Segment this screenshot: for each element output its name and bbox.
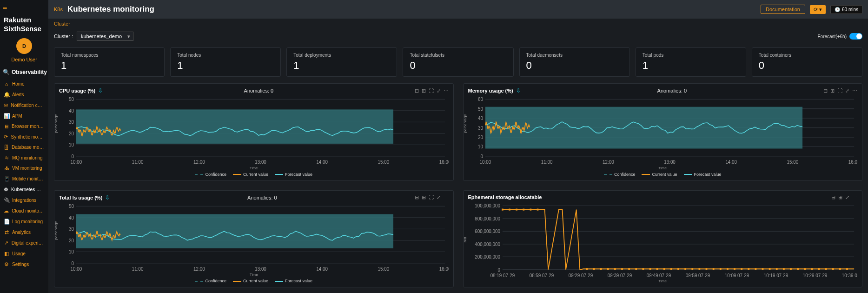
panel-tool-icon[interactable]: ⊞ bbox=[830, 88, 835, 94]
topbar: K8s Kubernetes monitoring Documentation … bbox=[48, 0, 868, 19]
sidebar-item-synthetic-monitoring[interactable]: ⟳Synthetic monitoring bbox=[0, 132, 48, 142]
hamburger-icon[interactable]: ≡ bbox=[3, 5, 7, 13]
svg-text:30: 30 bbox=[69, 226, 74, 231]
stat-card[interactable]: Total nodes1 bbox=[170, 47, 281, 77]
sidebar-item-notification-channels[interactable]: ✉Notification channels bbox=[0, 100, 48, 111]
panel-tool-icon[interactable]: ⋯ bbox=[444, 194, 449, 200]
sidebar-item-kubernetes-monitoring[interactable]: ☸Kubernetes monitoring bbox=[0, 184, 48, 195]
stat-label: Total pods bbox=[643, 53, 739, 58]
svg-text:10:29 07-29: 10:29 07-29 bbox=[802, 273, 827, 278]
tab-cluster[interactable]: Cluster bbox=[54, 21, 70, 27]
svg-rect-116 bbox=[839, 268, 841, 270]
sidebar-item-integrations[interactable]: 🔌Integrations bbox=[0, 195, 48, 206]
nav-label: Log monitoring bbox=[12, 219, 43, 224]
svg-text:20: 20 bbox=[69, 131, 74, 136]
y-axis-label: percentage bbox=[54, 114, 58, 133]
y-axis-label: MB bbox=[463, 237, 467, 243]
avatar[interactable]: D bbox=[16, 38, 32, 54]
panel-tool-icon[interactable]: ⊟ bbox=[831, 194, 835, 200]
chart-body[interactable]: MB 0200,000,000400,000,000600,000,000800… bbox=[468, 203, 858, 279]
svg-text:09:29 07-29: 09:29 07-29 bbox=[568, 273, 593, 278]
stat-card[interactable]: Total statefulsets0 bbox=[403, 47, 513, 77]
nav-icon: ✉ bbox=[4, 102, 8, 108]
svg-rect-111 bbox=[804, 268, 806, 270]
sidebar-item-settings[interactable]: ⚙Settings bbox=[0, 259, 48, 270]
svg-rect-85 bbox=[621, 268, 623, 270]
nav-icon: 🖥 bbox=[4, 124, 9, 129]
svg-text:10:09 07-29: 10:09 07-29 bbox=[724, 273, 749, 278]
sidebar-item-apm[interactable]: 📊APM bbox=[0, 111, 48, 121]
sidebar-item-log-monitoring[interactable]: 📄Log monitoring bbox=[0, 216, 48, 227]
panel-tool-icon[interactable]: ⊟ bbox=[415, 194, 419, 200]
svg-text:15:00: 15:00 bbox=[378, 159, 390, 164]
nav-label: Kubernetes monitoring bbox=[11, 187, 45, 192]
panel-tool-icon[interactable]: ⋯ bbox=[852, 194, 857, 200]
svg-text:10:00: 10:00 bbox=[71, 266, 82, 271]
sidebar-item-digital-experience[interactable]: ↗Digital experience bbox=[0, 238, 48, 248]
panel-tool-icon[interactable]: ⊞ bbox=[422, 194, 426, 200]
refresh-icon: ⟳ bbox=[814, 7, 818, 13]
nav-icon: 📱 bbox=[4, 176, 9, 182]
nav-icon: ☸ bbox=[4, 186, 8, 193]
svg-text:40: 40 bbox=[478, 116, 483, 121]
panel-tool-icon[interactable]: ⊟ bbox=[823, 88, 828, 94]
stat-value: 1 bbox=[177, 60, 274, 72]
stat-label: Total containers bbox=[759, 53, 855, 58]
nav-label: Analytics bbox=[12, 230, 31, 235]
nav-label: Digital experience bbox=[12, 240, 45, 246]
chart-body[interactable]: percentage 0102030405010:0011:0012:0013:… bbox=[59, 97, 449, 165]
panel-tool-icon[interactable]: ⋯ bbox=[852, 88, 857, 94]
forecast-toggle[interactable] bbox=[849, 33, 862, 40]
nav-label: Settings bbox=[12, 262, 29, 267]
stat-card[interactable]: Total daemonsets0 bbox=[519, 47, 630, 77]
sidebar-item-mobile-monitoring[interactable]: 📱Mobile monitoring bbox=[0, 173, 48, 184]
nav-label: APM bbox=[12, 113, 22, 119]
anomalies-label: Anomalies: 0 bbox=[113, 195, 411, 200]
panel-tool-icon[interactable]: ⊞ bbox=[838, 194, 842, 200]
nav-label: Notification channels bbox=[11, 103, 45, 108]
svg-rect-102 bbox=[741, 268, 742, 270]
panel-tool-icon[interactable]: ⤢ bbox=[437, 194, 441, 200]
panel-tool-icon[interactable]: ⤢ bbox=[845, 194, 849, 200]
chart-body[interactable]: percentage 010203040506010:0011:0012:001… bbox=[468, 97, 858, 165]
cluster-select[interactable]: kubernetes_demo bbox=[77, 32, 133, 41]
stat-card[interactable]: Total pods1 bbox=[636, 47, 746, 77]
panel-tool-icon[interactable]: ⊟ bbox=[415, 88, 419, 94]
panel-tool-icon[interactable]: ⤢ bbox=[437, 88, 441, 94]
sidebar-item-cloud-monitoring[interactable]: ☁Cloud monitoring bbox=[0, 206, 48, 216]
sidebar-item-browser-monitoring[interactable]: 🖥Browser monitoring bbox=[0, 121, 48, 132]
chart-body[interactable]: percentage 0102030405010:0011:0012:0013:… bbox=[59, 204, 449, 272]
nav-icon: ≋ bbox=[4, 155, 9, 161]
stat-label: Total namespaces bbox=[61, 53, 158, 58]
svg-text:10:19 07-29: 10:19 07-29 bbox=[763, 273, 788, 278]
sidebar-item-usage[interactable]: ◧Usage bbox=[0, 248, 48, 259]
panel-tool-icon[interactable]: ⛶ bbox=[429, 88, 434, 94]
stat-card[interactable]: Total containers0 bbox=[752, 47, 862, 77]
sidebar-item-database-monitoring[interactable]: 🗄Database monitoring bbox=[0, 142, 48, 153]
time-range-button[interactable]: 🕒 60 mins bbox=[830, 5, 862, 14]
breadcrumb[interactable]: K8s bbox=[54, 7, 63, 12]
panel-tool-icon[interactable]: ⛶ bbox=[837, 88, 842, 94]
svg-rect-101 bbox=[734, 268, 735, 270]
svg-text:400,000,000: 400,000,000 bbox=[475, 241, 500, 246]
sidebar-item-mq-monitoring[interactable]: ≋MQ monitoring bbox=[0, 153, 48, 163]
svg-rect-83 bbox=[607, 268, 609, 270]
panel-tool-icon[interactable]: ⛶ bbox=[429, 194, 434, 200]
stat-card[interactable]: Total namespaces1 bbox=[54, 47, 165, 77]
sidebar-item-analytics[interactable]: ⇄Analytics bbox=[0, 227, 48, 238]
panel-tool-icon[interactable]: ⋯ bbox=[444, 88, 449, 94]
svg-text:0: 0 bbox=[72, 260, 74, 266]
panel-tool-icon[interactable]: ⊞ bbox=[422, 88, 426, 94]
nav-icon: ⚙ bbox=[4, 261, 9, 267]
documentation-button[interactable]: Documentation bbox=[761, 5, 805, 14]
sub-tabs: Cluster bbox=[48, 19, 868, 29]
panel-tool-icon[interactable]: ⤢ bbox=[845, 88, 849, 94]
sidebar-item-home[interactable]: ⌂Home bbox=[0, 79, 48, 89]
nav-icon: 📊 bbox=[4, 113, 9, 119]
sidebar-item-alerts[interactable]: 🔔Alerts bbox=[0, 89, 48, 100]
refresh-button[interactable]: ⟳ ▾ bbox=[810, 5, 826, 14]
nav-icon: ⇄ bbox=[4, 229, 9, 235]
stat-card[interactable]: Total deployments1 bbox=[286, 47, 397, 77]
svg-rect-76 bbox=[516, 208, 517, 210]
sidebar-item-vm-monitoring[interactable]: 🖧VM monitoring bbox=[0, 163, 48, 173]
